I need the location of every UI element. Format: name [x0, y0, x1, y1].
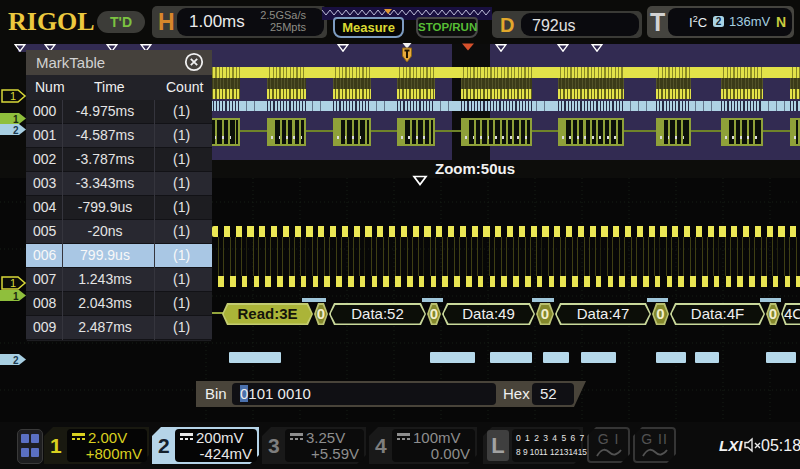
- svg-text:2: 2: [13, 355, 19, 366]
- svg-text:1: 1: [10, 90, 16, 102]
- svg-text:1: 1: [13, 291, 19, 302]
- svg-text:1: 1: [10, 277, 16, 289]
- svg-text:2: 2: [13, 125, 19, 136]
- svg-text:1: 1: [13, 114, 19, 125]
